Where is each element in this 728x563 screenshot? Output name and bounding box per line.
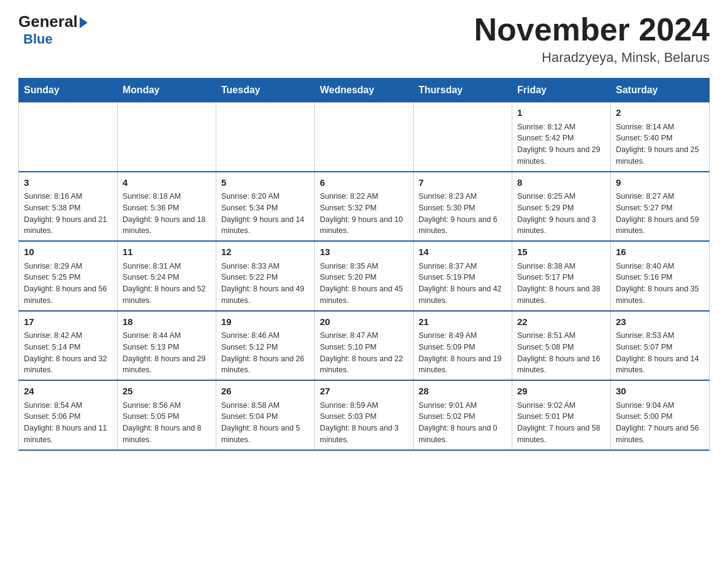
day-number: 6 [320, 176, 408, 190]
calendar-cell: 2Sunrise: 8:14 AMSunset: 5:40 PMDaylight… [611, 102, 710, 172]
sunrise-text: Sunrise: 8:29 AM [24, 261, 112, 272]
sunset-text: Sunset: 5:40 PM [616, 132, 704, 144]
day-number: 3 [24, 176, 112, 190]
day-number: 14 [419, 245, 507, 259]
calendar-subtitle: Haradzyeya, Minsk, Belarus [474, 50, 710, 66]
day-number: 30 [616, 385, 704, 399]
daylight-text: Daylight: 8 hours and 56 minutes. [24, 283, 112, 307]
sunrise-text: Sunrise: 8:53 AM [616, 330, 704, 342]
sunrise-text: Sunrise: 8:25 AM [517, 191, 605, 202]
calendar-cell: 22Sunrise: 8:51 AMSunset: 5:08 PMDayligh… [512, 311, 611, 381]
sunset-text: Sunset: 5:36 PM [123, 202, 211, 214]
calendar-cell: 20Sunrise: 8:47 AMSunset: 5:10 PMDayligh… [315, 311, 414, 381]
day-number: 28 [419, 385, 507, 399]
day-number: 5 [221, 176, 309, 190]
sunset-text: Sunset: 5:05 PM [123, 411, 211, 423]
sunset-text: Sunset: 5:25 PM [24, 272, 112, 283]
sunset-text: Sunset: 5:29 PM [517, 202, 605, 214]
day-number: 10 [24, 245, 112, 259]
sunrise-text: Sunrise: 8:59 AM [320, 400, 408, 412]
daylight-text: Daylight: 8 hours and 16 minutes. [517, 353, 605, 377]
day-number: 16 [616, 245, 704, 259]
calendar-cell: 5Sunrise: 8:20 AMSunset: 5:34 PMDaylight… [216, 172, 315, 242]
day-number: 7 [419, 176, 507, 190]
sunrise-text: Sunrise: 8:22 AM [320, 191, 408, 202]
logo: General Blue [18, 12, 88, 47]
logo-blue-text: Blue [23, 31, 53, 47]
day-number: 21 [419, 315, 507, 329]
calendar-title: November 2024 [474, 12, 710, 47]
calendar-header-row: SundayMondayTuesdayWednesdayThursdayFrid… [19, 79, 710, 102]
calendar-cell: 30Sunrise: 9:04 AMSunset: 5:00 PMDayligh… [611, 380, 710, 450]
calendar-cell: 26Sunrise: 8:58 AMSunset: 5:04 PMDayligh… [216, 380, 315, 450]
column-header-saturday: Saturday [611, 79, 710, 102]
day-number: 13 [320, 245, 408, 259]
calendar-cell: 7Sunrise: 8:23 AMSunset: 5:30 PMDaylight… [414, 172, 512, 242]
column-header-wednesday: Wednesday [315, 79, 414, 102]
calendar-cell: 17Sunrise: 8:42 AMSunset: 5:14 PMDayligh… [19, 311, 118, 381]
calendar-cell: 18Sunrise: 8:44 AMSunset: 5:13 PMDayligh… [118, 311, 216, 381]
sunrise-text: Sunrise: 8:18 AM [123, 191, 211, 202]
sunset-text: Sunset: 5:02 PM [419, 411, 507, 423]
daylight-text: Daylight: 8 hours and 35 minutes. [616, 283, 704, 307]
daylight-text: Daylight: 8 hours and 26 minutes. [221, 353, 309, 377]
calendar-week-row: 3Sunrise: 8:16 AMSunset: 5:38 PMDaylight… [19, 172, 710, 242]
sunrise-text: Sunrise: 8:42 AM [24, 330, 112, 342]
calendar-cell [19, 102, 118, 172]
calendar-cell: 24Sunrise: 8:54 AMSunset: 5:06 PMDayligh… [19, 380, 118, 450]
sunset-text: Sunset: 5:09 PM [419, 342, 507, 353]
sunrise-text: Sunrise: 8:14 AM [616, 121, 704, 133]
sunset-text: Sunset: 5:00 PM [616, 411, 704, 423]
sunset-text: Sunset: 5:17 PM [517, 272, 605, 283]
sunset-text: Sunset: 5:13 PM [123, 342, 211, 353]
sunrise-text: Sunrise: 8:47 AM [320, 330, 408, 342]
daylight-text: Daylight: 9 hours and 25 minutes. [616, 144, 704, 167]
day-number: 18 [123, 315, 211, 329]
sunrise-text: Sunrise: 8:46 AM [221, 330, 309, 342]
day-number: 29 [517, 385, 605, 399]
sunrise-text: Sunrise: 9:02 AM [517, 400, 605, 412]
day-number: 17 [24, 315, 112, 329]
day-number: 24 [24, 385, 112, 399]
sunrise-text: Sunrise: 9:04 AM [616, 400, 704, 412]
calendar-week-row: 24Sunrise: 8:54 AMSunset: 5:06 PMDayligh… [19, 380, 710, 450]
sunrise-text: Sunrise: 8:16 AM [24, 191, 112, 202]
calendar-cell: 21Sunrise: 8:49 AMSunset: 5:09 PMDayligh… [414, 311, 512, 381]
daylight-text: Daylight: 8 hours and 22 minutes. [320, 353, 408, 377]
day-number: 4 [123, 176, 211, 190]
calendar-cell: 14Sunrise: 8:37 AMSunset: 5:19 PMDayligh… [414, 241, 512, 311]
daylight-text: Daylight: 9 hours and 6 minutes. [419, 214, 507, 237]
sunrise-text: Sunrise: 8:33 AM [221, 261, 309, 272]
day-number: 9 [616, 176, 704, 190]
sunset-text: Sunset: 5:04 PM [221, 411, 309, 423]
sunrise-text: Sunrise: 8:56 AM [123, 400, 211, 412]
daylight-text: Daylight: 8 hours and 3 minutes. [320, 423, 408, 446]
daylight-text: Daylight: 8 hours and 19 minutes. [419, 353, 507, 377]
column-header-thursday: Thursday [414, 79, 512, 102]
daylight-text: Daylight: 9 hours and 14 minutes. [221, 214, 309, 237]
day-number: 25 [123, 385, 211, 399]
daylight-text: Daylight: 8 hours and 29 minutes. [123, 353, 211, 377]
calendar-cell: 3Sunrise: 8:16 AMSunset: 5:38 PMDaylight… [19, 172, 118, 242]
sunset-text: Sunset: 5:14 PM [24, 342, 112, 353]
calendar-week-row: 17Sunrise: 8:42 AMSunset: 5:14 PMDayligh… [19, 311, 710, 381]
daylight-text: Daylight: 8 hours and 32 minutes. [24, 353, 112, 377]
daylight-text: Daylight: 8 hours and 8 minutes. [123, 423, 211, 446]
calendar-cell: 11Sunrise: 8:31 AMSunset: 5:24 PMDayligh… [118, 241, 216, 311]
sunset-text: Sunset: 5:19 PM [419, 272, 507, 283]
daylight-text: Daylight: 9 hours and 10 minutes. [320, 214, 408, 237]
sunrise-text: Sunrise: 9:01 AM [419, 400, 507, 412]
sunset-text: Sunset: 5:22 PM [221, 272, 309, 283]
calendar-week-row: 1Sunrise: 8:12 AMSunset: 5:42 PMDaylight… [19, 102, 710, 172]
calendar-cell [118, 102, 216, 172]
sunset-text: Sunset: 5:20 PM [320, 272, 408, 283]
calendar-cell: 27Sunrise: 8:59 AMSunset: 5:03 PMDayligh… [315, 380, 414, 450]
day-number: 2 [616, 106, 704, 120]
sunset-text: Sunset: 5:32 PM [320, 202, 408, 214]
sunrise-text: Sunrise: 8:54 AM [24, 400, 112, 412]
sunset-text: Sunset: 5:34 PM [221, 202, 309, 214]
sunrise-text: Sunrise: 8:12 AM [517, 121, 605, 133]
daylight-text: Daylight: 8 hours and 42 minutes. [419, 283, 507, 307]
sunrise-text: Sunrise: 8:20 AM [221, 191, 309, 202]
calendar-cell: 9Sunrise: 8:27 AMSunset: 5:27 PMDaylight… [611, 172, 710, 242]
